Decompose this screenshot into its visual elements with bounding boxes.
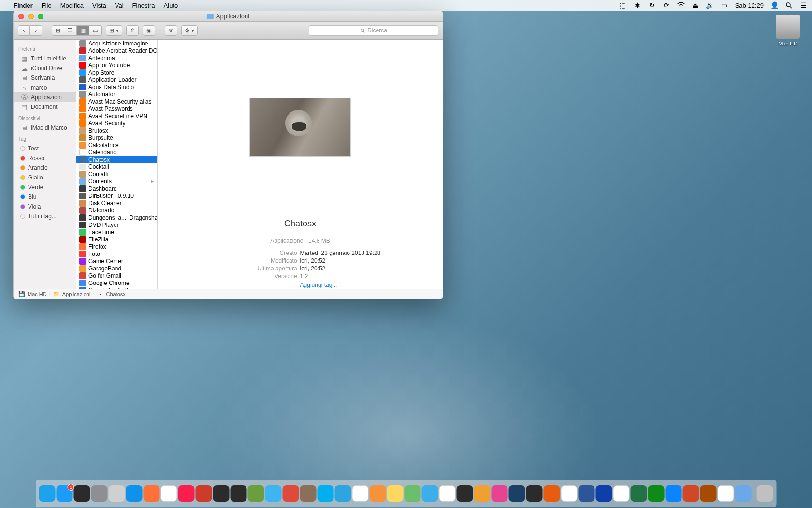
menuextra-display[interactable]: ▭	[721, 1, 728, 9]
menuextra-volume[interactable]: 🔉	[706, 1, 714, 9]
menuextra-timemachine[interactable]: ↻	[648, 1, 656, 9]
file-row[interactable]: Dizionario	[76, 207, 157, 214]
file-row[interactable]: Automator	[76, 90, 157, 98]
file-row[interactable]: Aqua Data Studio	[76, 83, 157, 90]
file-row[interactable]: Application Loader	[76, 76, 157, 83]
file-row[interactable]: Avast SecureLine VPN	[76, 112, 157, 120]
add-tag-link[interactable]: Aggiungi tag...	[300, 281, 337, 289]
dock-app-powerpoint[interactable]	[683, 485, 699, 502]
file-row[interactable]: Calendario	[76, 149, 157, 156]
file-row[interactable]: Burpsuite	[76, 134, 157, 141]
dock-app-istarmusic[interactable]	[457, 485, 473, 502]
dock-app-sysprefs[interactable]	[91, 485, 108, 502]
dock-app-pages[interactable]	[561, 485, 578, 502]
menu-view[interactable]: Vista	[92, 2, 106, 9]
dock-app-impress[interactable]	[700, 485, 717, 502]
dock-app-activity[interactable]	[74, 485, 90, 502]
menuextra-user[interactable]: 👤	[770, 1, 778, 9]
sidebar-tag[interactable]: Arancio	[14, 163, 76, 173]
file-row[interactable]: Anteprima	[76, 54, 157, 61]
view-list-button[interactable]: ☰	[64, 25, 77, 36]
sidebar-tag[interactable]: Viola	[14, 202, 76, 211]
search-field[interactable]: Ricerca	[309, 25, 438, 36]
file-row[interactable]: App Store	[76, 69, 157, 76]
file-row[interactable]: Avast Security	[76, 120, 157, 127]
file-row[interactable]: Calcolatrice	[76, 141, 157, 149]
menu-go[interactable]: Vai	[115, 2, 124, 9]
dock-app-calc[interactable]	[648, 485, 665, 502]
dock-app-skype[interactable]	[318, 485, 334, 502]
file-row[interactable]: Dungeons_a..._Dragonshard	[76, 214, 157, 221]
dock-app-calendar[interactable]	[352, 485, 369, 502]
dock-app-gimp[interactable]	[300, 485, 317, 502]
sidebar-tag[interactable]: Rosso	[14, 153, 76, 163]
sidebar-tag[interactable]: Blu	[14, 192, 76, 202]
file-row[interactable]: Disk Cleaner	[76, 199, 157, 207]
dock-app-safari[interactable]	[126, 485, 143, 502]
dock-app-finder[interactable]	[39, 485, 56, 502]
file-row[interactable]: Dashboard	[76, 185, 157, 192]
dock-app-launchpad[interactable]	[109, 485, 125, 502]
menuextra-sync[interactable]: ⟳	[663, 1, 670, 9]
path-segment[interactable]: Mac HD	[28, 291, 47, 297]
menuextra-antivirus[interactable]: ✱	[634, 1, 641, 9]
file-row[interactable]: DVD Player	[76, 221, 157, 228]
path-segment[interactable]: Chatosx	[106, 291, 125, 297]
sidebar-item[interactable]: ⌂marco	[14, 83, 76, 92]
sidebar-tag[interactable]: Tutti i tag...	[14, 211, 76, 221]
view-coverflow-button[interactable]: ▭	[89, 25, 102, 36]
dock-app-writer[interactable]	[596, 485, 612, 502]
file-row[interactable]: Google Chrome	[76, 279, 157, 286]
dock-app-iterm[interactable]	[231, 485, 247, 502]
minimize-button[interactable]	[28, 14, 34, 19]
file-row[interactable]: Contents▶	[76, 178, 157, 185]
back-button[interactable]: ‹	[18, 25, 30, 36]
file-row[interactable]: GarageBand	[76, 265, 157, 272]
dock-app-vlc[interactable]	[544, 485, 560, 502]
menu-help[interactable]: Aiuto	[164, 2, 178, 9]
file-row[interactable]: Adobe Acrobat Reader DC	[76, 47, 157, 54]
file-row[interactable]: Contatti	[76, 170, 157, 178]
dock-app-appstore[interactable]: 1	[57, 485, 73, 502]
dock-app-photos[interactable]	[439, 485, 456, 502]
dock-app-telegram[interactable]	[335, 485, 351, 502]
dock-app-messages[interactable]	[265, 485, 282, 502]
file-row[interactable]: Acquisizione Immagine	[76, 40, 157, 47]
dock-app-tunein[interactable]	[509, 485, 525, 502]
dock-app-calculator[interactable]	[370, 485, 386, 502]
file-row[interactable]: Foto	[76, 250, 157, 257]
file-row[interactable]: FileZilla	[76, 236, 157, 243]
file-row[interactable]: Avast Passwords	[76, 105, 157, 112]
dock-app-mail[interactable]	[422, 485, 438, 502]
arrange-button[interactable]: ⊞ ▾	[106, 25, 122, 36]
dock-app-garageband[interactable]	[474, 485, 491, 502]
menuextra-eject[interactable]: ⏏	[692, 1, 699, 9]
dock-app-terminal[interactable]	[213, 485, 230, 502]
file-row[interactable]: Brutosx	[76, 127, 157, 134]
dock-app-firefox[interactable]	[144, 485, 160, 502]
dock-app-word[interactable]	[579, 485, 595, 502]
menuextra-spotlight[interactable]	[785, 1, 793, 9]
quicklook-button[interactable]: 👁	[165, 25, 177, 36]
menu-edit[interactable]: Modifica	[60, 2, 84, 9]
file-row[interactable]: DirBuster - 0.9.10	[76, 192, 157, 199]
desktop-disk-icon[interactable]: Mac HD	[773, 15, 802, 46]
dock-app-numbers[interactable]	[613, 485, 630, 502]
dock-app-clamxav[interactable]	[196, 485, 212, 502]
app-menu[interactable]: Finder	[14, 2, 33, 9]
sidebar-tag[interactable]: Test	[14, 144, 76, 153]
dock-app-keynote[interactable]	[666, 485, 682, 502]
dock-app-xquartz[interactable]	[248, 485, 264, 502]
forward-button[interactable]: ›	[30, 25, 42, 36]
dock-app-chrome[interactable]	[161, 485, 177, 502]
dock-app-image2icon[interactable]	[283, 485, 299, 502]
dock-app-miro[interactable]	[526, 485, 543, 502]
sidebar-item[interactable]: ▤Documenti	[14, 102, 76, 112]
menu-window[interactable]: Finestra	[132, 2, 155, 9]
sidebar-tag[interactable]: Giallo	[14, 173, 76, 182]
action-button[interactable]: ⚙ ▾	[181, 25, 198, 36]
view-icons-button[interactable]: ⊞	[52, 25, 64, 36]
menuextra-notifications[interactable]: ☰	[799, 1, 807, 9]
menuextra-clock[interactable]: Sab 12:29	[735, 2, 764, 9]
file-row[interactable]: Cocktail	[76, 163, 157, 170]
